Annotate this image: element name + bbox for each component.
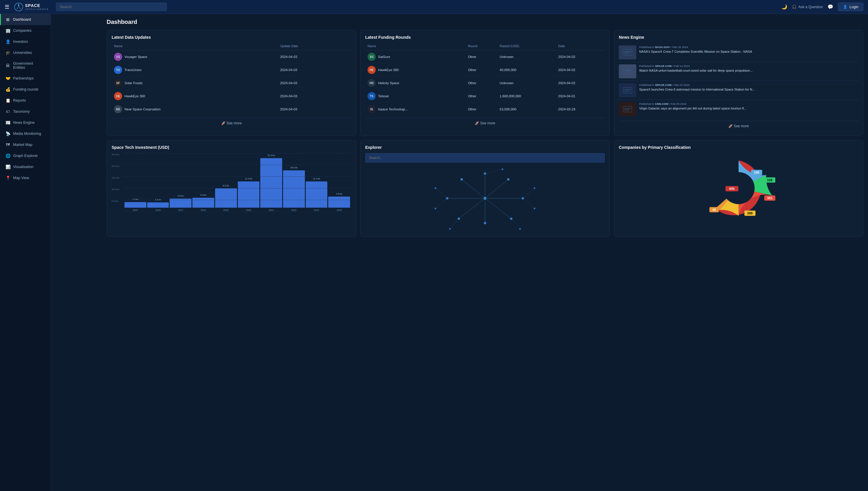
sidebar-item-partnerships[interactable]: 🤝 Partnerships: [0, 73, 51, 84]
news-item[interactable]: Published in SPACE.COM • Mar 03 2024 Spa…: [619, 81, 858, 100]
news-content: Published in SPACE.COM • Mar 03 2024 Spa…: [639, 83, 858, 97]
bar-value-label: 11.3 bn: [313, 177, 320, 180]
svg-line-28: [485, 198, 511, 219]
col-fr-round: Round: [465, 43, 497, 50]
sidebar-item-companies[interactable]: 🏢 Companies: [0, 25, 51, 36]
table-row[interactable]: HS Helicity Space Other Unknown 2024-04-…: [365, 77, 605, 90]
bar-value-label: 4.3 bn: [200, 194, 206, 196]
table-row[interactable]: NS Near Space Corproation 2024-04-03: [112, 103, 351, 116]
bar-value-label: 11.3 bn: [245, 177, 252, 180]
sidebar-item-news-engine[interactable]: 📰 News Engine: [0, 117, 51, 128]
news-engine-title: News Engine: [619, 35, 858, 39]
search-input[interactable]: [56, 3, 167, 11]
grid-line: [123, 211, 351, 212]
news-see-more[interactable]: 🚀 See more: [619, 121, 858, 131]
table-row[interactable]: HE HawkEye 360 Other 40,000,000 2024-04-…: [365, 63, 605, 77]
svg-text:195: 195: [754, 171, 759, 174]
news-thumbnail: [619, 46, 636, 59]
chart-bar: 4.8 bn: [328, 197, 350, 208]
chart-bar: 2.3 bn: [147, 202, 169, 208]
svg-point-39: [501, 168, 504, 170]
ask-question-button[interactable]: 🎧 Ask a Question: [792, 5, 823, 9]
table-row[interactable]: VS Voyager Space 2024-04-03: [112, 50, 351, 63]
table-row[interactable]: TS Telesat Other 1,600,000,000 2024-04-0…: [365, 90, 605, 103]
news-content: Published in NASA.GOV • Feb 28 2024 NASA…: [639, 46, 858, 59]
sidebar-item-funding-rounds[interactable]: 💰 Funding rounds: [0, 84, 51, 95]
sidebar-item-visualisation[interactable]: 📊 Visualisation: [0, 161, 51, 172]
svg-rect-7: [623, 68, 632, 74]
headphone-icon: 🎧: [792, 5, 796, 9]
news-headline: Virgin Galactic says an alignment pin fe…: [639, 106, 858, 111]
hamburger-icon[interactable]: ☰: [5, 4, 9, 10]
login-button[interactable]: 👤 Login: [838, 3, 863, 11]
sidebar-item-map-view[interactable]: 📍 Map View: [0, 172, 51, 183]
dark-mode-icon[interactable]: 🌙: [781, 4, 787, 9]
messages-icon[interactable]: 💬: [828, 4, 833, 9]
chart-bar: 2.4 bn: [125, 202, 146, 208]
svg-point-43: [534, 208, 536, 209]
svg-point-47: [435, 208, 436, 209]
y-axis-label: 15.0 bn: [112, 176, 119, 179]
y-axis-label: 20.0 bn: [112, 165, 119, 168]
bar-wrapper: 2.3 bn2016: [147, 202, 169, 211]
svg-line-42: [523, 198, 535, 208]
sidebar-item-investors[interactable]: 👤 Investors: [0, 36, 51, 47]
news-meta: Published in SPACE.COM • Mar 03 2024: [639, 83, 858, 86]
news-item[interactable]: Published in CNN.COM • Feb 05 2024 Virgi…: [619, 100, 858, 118]
bar-x-label: 2023: [314, 209, 319, 211]
market-map-icon: 🗺: [5, 142, 10, 147]
table-row[interactable]: HE HawkEye 360 2024-04-03: [112, 90, 351, 103]
latest-data-see-more[interactable]: 🚀 See more: [112, 118, 351, 128]
visualisation-icon: 📊: [5, 165, 10, 169]
sidebar-item-dashboard[interactable]: ⊞ Dashboard: [0, 14, 51, 25]
svg-rect-17: [623, 106, 632, 112]
investment-chart-card: Space Tech Investment (USD) 25.0 bn20.0 …: [107, 140, 356, 237]
chart-bar: 21.3 bn: [260, 158, 282, 208]
table-row[interactable]: IS Ispace Technologi... Other 53,500,000…: [365, 103, 605, 116]
bar-wrapper: 11.3 bn2023: [306, 181, 328, 211]
sidebar-item-government-entities[interactable]: 🏛 Government Entities: [0, 58, 51, 73]
bar-value-label: 16.0 bn: [290, 166, 298, 169]
universities-icon: 🎓: [5, 50, 10, 55]
taxonomy-icon: 🏷: [5, 109, 10, 114]
svg-line-36: [462, 179, 485, 198]
funding-see-more[interactable]: 🚀 See more: [365, 118, 605, 128]
chart-bar: 11.3 bn: [238, 181, 260, 208]
bar-x-label: 2016: [155, 209, 161, 211]
latest-data-title: Latest Data Updates: [112, 35, 351, 39]
news-icon: 📰: [5, 120, 10, 125]
news-item[interactable]: Published in SPACE.COM • Feb 14 2024 Wat…: [619, 62, 858, 81]
col-fr-raised: Raised (USD): [497, 43, 556, 50]
svg-point-49: [519, 228, 521, 230]
news-content: Published in CNN.COM • Feb 05 2024 Virgi…: [639, 102, 858, 116]
explorer-search-input[interactable]: [365, 153, 605, 163]
sidebar-item-media-monitoring[interactable]: 📡 Media Monitoring: [0, 128, 51, 139]
top-logo-text: SPACE INTELLIGENCE: [25, 3, 49, 10]
svg-text:46: 46: [712, 208, 716, 211]
news-item[interactable]: Published in NASA.GOV • Feb 28 2024 NASA…: [619, 43, 858, 62]
bar-value-label: 21.3 bn: [268, 154, 275, 157]
partnerships-icon: 🤝: [5, 76, 10, 81]
svg-line-38: [485, 169, 503, 174]
sidebar-item-graph-explorer[interactable]: 🌐 Graph Explorer: [0, 150, 51, 161]
funding-rounds-table: Name Round Raised (USD) Date SS SatSure …: [365, 43, 605, 116]
sidebar-item-universities[interactable]: 🎓 Universities: [0, 47, 51, 58]
topbar: ☰ SPACE INTELLIGENCE 🌙 🎧 Ask a Question …: [0, 0, 868, 14]
map-view-icon: 📍: [5, 176, 10, 180]
investment-chart-title: Space Tech Investment (USD): [112, 145, 351, 150]
table-row[interactable]: SS SatSure Other Unknown 2024-04-02: [365, 50, 605, 63]
funding-rounds-card: Latest Funding Rounds Name Round Raised …: [360, 30, 610, 136]
chart-bar: 3.9 bn: [170, 199, 191, 208]
graph-icon: 🌐: [5, 153, 10, 158]
svg-line-50: [450, 219, 459, 229]
chart-bar: 4.3 bn: [192, 198, 214, 208]
y-axis-label: 10.0 bn: [112, 188, 119, 191]
sidebar-item-taxonomy[interactable]: 🏷 Taxonomy: [0, 106, 51, 117]
table-row[interactable]: SF Solar Foods 2024-04-03: [112, 77, 351, 90]
bottom-grid: Space Tech Investment (USD) 25.0 bn20.0 …: [107, 140, 863, 237]
sidebar-item-market-map[interactable]: 🗺 Market Map: [0, 139, 51, 150]
sidebar-item-reports[interactable]: 📋 Reports: [0, 95, 51, 106]
news-meta: Published in CNN.COM • Feb 05 2024: [639, 102, 858, 106]
table-row[interactable]: TU TransUnion 2024-04-03: [112, 63, 351, 77]
col-update-date: Update Date: [278, 43, 351, 50]
